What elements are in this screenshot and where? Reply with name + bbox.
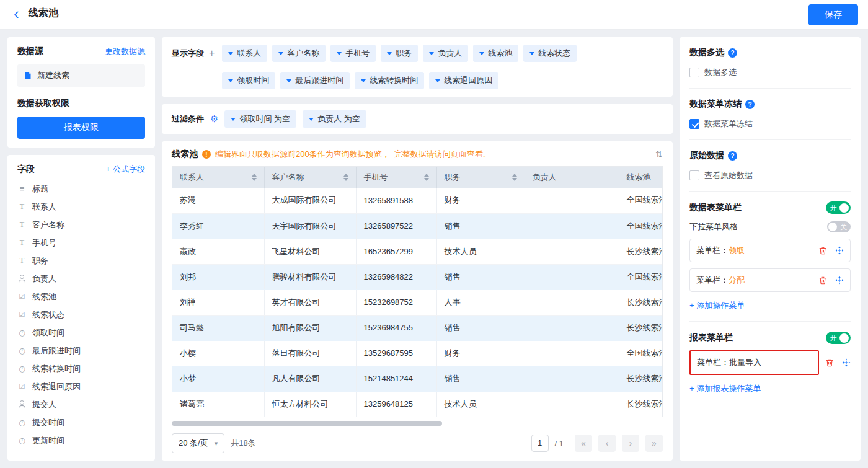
field-item[interactable]: 线索转换时间 xyxy=(17,360,145,377)
delete-icon[interactable] xyxy=(825,358,834,367)
table-row: 刘邦腾骏材料有限公司13265984822销售全国线索池 xyxy=(172,264,663,289)
raw-data-title: 原始数据 xyxy=(689,150,724,161)
display-field-chip[interactable]: 线索状态 xyxy=(523,45,577,62)
display-field-chip[interactable]: 线索退回原因 xyxy=(429,72,498,89)
multi-select-checkbox-label: 数据多选 xyxy=(704,67,737,78)
column-header[interactable]: 职务 xyxy=(445,172,461,183)
table-menu-title: 数据表菜单栏 xyxy=(689,202,742,213)
raw-data-checkbox[interactable] xyxy=(689,170,699,180)
prev-page-button[interactable]: ‹ xyxy=(598,435,616,452)
sort-icon[interactable] xyxy=(252,174,257,181)
first-page-button[interactable]: « xyxy=(575,435,592,452)
save-button[interactable]: 保存 xyxy=(808,4,858,25)
field-item[interactable]: 领取时间 xyxy=(17,324,145,342)
help-icon[interactable]: ? xyxy=(745,100,755,109)
change-datasource-link[interactable]: 更改数据源 xyxy=(105,46,145,57)
table-cell: 小梦 xyxy=(172,366,264,391)
move-icon[interactable] xyxy=(835,246,844,255)
multi-select-checkbox[interactable] xyxy=(689,68,699,77)
column-header[interactable]: 客户名称 xyxy=(272,172,304,183)
column-header[interactable]: 联系人 xyxy=(180,172,204,183)
field-item[interactable]: 职务 xyxy=(17,252,145,270)
display-field-chip[interactable]: 线索池 xyxy=(473,45,518,62)
field-item[interactable]: 联系人 xyxy=(17,198,145,216)
field-item[interactable]: 最后跟进时间 xyxy=(17,342,145,360)
add-display-field-button[interactable]: + xyxy=(209,48,215,58)
sort-icon[interactable] xyxy=(424,174,429,181)
field-item[interactable]: 线索池 xyxy=(17,288,145,306)
filter-chip[interactable]: 领取时间 为空 xyxy=(224,110,296,128)
chevron-down-icon: ▾ xyxy=(215,439,218,448)
display-field-chip[interactable]: 领取时间 xyxy=(222,72,275,89)
table-cell: 英才有限公司 xyxy=(264,289,356,315)
sort-order-icon[interactable]: ⇅ xyxy=(655,149,663,159)
add-report-menu-link[interactable]: + 添加报表操作菜单 xyxy=(689,383,761,394)
field-item[interactable]: 负责人 xyxy=(17,270,145,288)
current-page-input[interactable]: 1 xyxy=(531,435,549,452)
menu-item-value[interactable]: 领取 xyxy=(728,245,745,255)
column-header[interactable]: 线索池 xyxy=(627,172,651,183)
last-page-button[interactable]: » xyxy=(645,435,663,452)
table-cell: 财务 xyxy=(436,188,525,213)
display-field-chip[interactable]: 职务 xyxy=(381,45,418,62)
fields-panel: 字段 + 公式字段 标题 联系人 客户名称 手机号 职务 负责人 线索池 线索状… xyxy=(7,155,155,461)
table-cell: 长沙线索池 xyxy=(619,366,663,391)
report-permission-button[interactable]: 报表权限 xyxy=(17,117,145,139)
display-fields-panel: 显示字段 + 联系人 客户名称 手机号 职务 负责人 线索池 线索状态 领取时间… xyxy=(162,37,673,97)
table-row: 诸葛亮恒太方材料公司13259648125技术人员长沙线索池 xyxy=(172,391,663,417)
field-item[interactable]: 提交人 xyxy=(17,395,145,413)
column-header[interactable]: 负责人 xyxy=(533,172,557,183)
display-field-chip[interactable]: 手机号 xyxy=(330,45,376,62)
add-formula-field-link[interactable]: + 公式字段 xyxy=(106,164,145,175)
field-item[interactable]: 标题 xyxy=(17,180,145,198)
help-icon[interactable]: ? xyxy=(728,151,737,161)
report-menu-title: 报表菜单栏 xyxy=(689,332,733,343)
display-field-chip[interactable]: 最后跟进时间 xyxy=(280,72,350,89)
menu-item-value[interactable]: 分配 xyxy=(728,275,745,285)
highlighted-menu-item[interactable]: 菜单栏：批量导入 xyxy=(689,350,819,375)
display-field-chip[interactable]: 联系人 xyxy=(222,45,267,62)
horizontal-scrollbar[interactable] xyxy=(172,421,663,426)
table-cell: 李秀红 xyxy=(172,213,264,239)
scrollbar-thumb[interactable] xyxy=(172,421,442,426)
column-header[interactable]: 手机号 xyxy=(364,172,388,183)
report-menu-toggle[interactable]: 开 xyxy=(826,332,851,344)
menu-item-value[interactable]: 批量导入 xyxy=(729,358,761,367)
delete-icon[interactable] xyxy=(818,276,827,285)
move-icon[interactable] xyxy=(835,276,844,285)
page-size-select[interactable]: 20 条/页 ▾ xyxy=(172,433,224,453)
menu-freeze-checkbox[interactable] xyxy=(689,119,699,129)
chevron-down-icon xyxy=(228,52,233,55)
dropdown-style-toggle[interactable]: 关 xyxy=(827,221,851,232)
field-item[interactable]: 客户名称 xyxy=(17,216,145,234)
chevron-down-icon xyxy=(479,52,484,55)
help-icon[interactable]: ? xyxy=(728,48,737,58)
pagination-bar: 20 条/页 ▾ 共18条 1 / 1 « ‹ › » xyxy=(172,433,663,453)
table-row: 嬴政飞星材料公司16523657299技术人员长沙线索池 xyxy=(172,239,663,264)
title-icon xyxy=(17,184,27,193)
move-icon[interactable] xyxy=(842,358,851,367)
field-item[interactable]: 手机号 xyxy=(17,234,145,252)
field-item[interactable]: 提交时间 xyxy=(17,413,145,431)
table-cell: 全国线索池 xyxy=(619,188,663,213)
sort-icon[interactable] xyxy=(343,174,348,181)
table-menu-toggle[interactable]: 开 xyxy=(826,201,851,214)
table-cell: 飞星材料公司 xyxy=(264,239,356,264)
field-item[interactable]: 线索退回原因 xyxy=(17,377,145,395)
delete-icon[interactable] xyxy=(818,246,827,255)
display-field-chip[interactable]: 线索转换时间 xyxy=(355,72,424,89)
table-cell xyxy=(525,340,619,366)
display-field-chip[interactable]: 客户名称 xyxy=(272,45,326,62)
sort-icon[interactable] xyxy=(512,174,517,181)
gear-icon[interactable]: ⚙ xyxy=(210,113,218,125)
back-icon[interactable]: ‹ xyxy=(14,6,19,22)
field-item[interactable]: 更新时间 xyxy=(17,431,145,449)
display-field-chip[interactable]: 负责人 xyxy=(423,45,468,62)
filter-chip[interactable]: 负责人 为空 xyxy=(303,110,366,128)
preview-warning-link[interactable]: 完整数据请访问页面查看。 xyxy=(394,149,491,160)
field-label: 领取时间 xyxy=(32,327,64,338)
add-action-menu-link[interactable]: + 添加操作菜单 xyxy=(689,300,745,311)
next-page-button[interactable]: › xyxy=(622,435,639,452)
field-item[interactable]: 线索状态 xyxy=(17,306,145,324)
datasource-item[interactable]: 新建线索 xyxy=(17,64,145,87)
